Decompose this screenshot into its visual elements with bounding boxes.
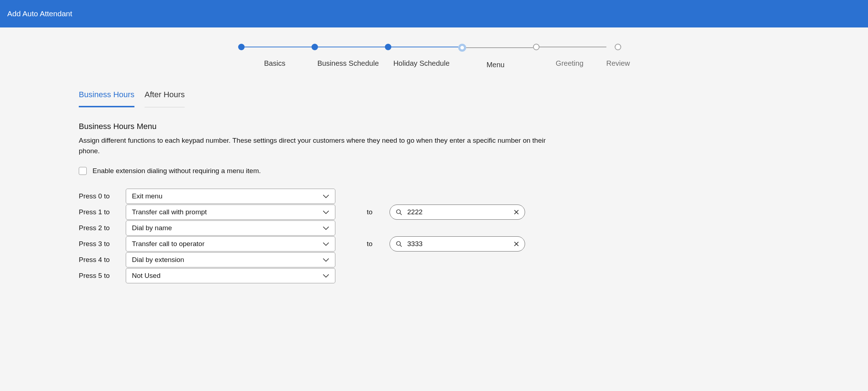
- step-label: Business Schedule: [317, 59, 379, 68]
- step-dot: [238, 44, 245, 50]
- row-label: Press 1 to: [79, 208, 119, 216]
- action-select-value: Dial by extension: [132, 256, 184, 264]
- tab-after-hours[interactable]: After Hours: [145, 90, 185, 107]
- action-select-0[interactable]: Exit menu: [126, 189, 335, 204]
- step-connector: [540, 47, 606, 47]
- menu-row-0: Press 0 toExit menu: [79, 189, 564, 204]
- destination-search-3[interactable]: 3333: [390, 236, 525, 252]
- svg-line-1: [400, 213, 401, 215]
- step-dot: [311, 44, 318, 50]
- section-description: Assign different functions to each keypa…: [79, 136, 563, 156]
- page-header: Add Auto Attendant: [0, 0, 868, 27]
- chevron-down-icon: [323, 258, 329, 262]
- chevron-down-icon: [323, 274, 329, 278]
- action-select-5[interactable]: Not Used: [126, 268, 335, 283]
- step-greeting[interactable]: Greeting: [533, 44, 606, 68]
- svg-line-5: [400, 245, 401, 246]
- stepper: BasicsBusiness ScheduleHoliday ScheduleM…: [0, 27, 868, 80]
- chevron-down-icon: [323, 242, 329, 246]
- main-content: Business Hours After Hours Business Hour…: [0, 90, 564, 298]
- action-select-value: Dial by name: [132, 224, 172, 232]
- menu-row-1: Press 1 toTransfer call with promptto222…: [79, 205, 564, 220]
- action-select-value: Transfer call with prompt: [132, 208, 207, 216]
- step-connector: [318, 47, 385, 47]
- chevron-down-icon: [323, 194, 329, 198]
- chevron-down-icon: [323, 210, 329, 214]
- step-connector: [245, 47, 311, 47]
- tab-business-hours[interactable]: Business Hours: [79, 90, 134, 107]
- row-label: Press 5 to: [79, 272, 119, 280]
- menu-row-3: Press 3 toTransfer call to operatorto333…: [79, 236, 564, 252]
- search-icon: [396, 241, 402, 247]
- svg-point-0: [396, 210, 400, 214]
- clear-icon[interactable]: [514, 210, 519, 215]
- step-label: Greeting: [556, 59, 584, 68]
- row-label: Press 0 to: [79, 192, 119, 200]
- destination-search-1[interactable]: 2222: [390, 205, 525, 220]
- step-dot: [615, 44, 621, 50]
- to-label: to: [353, 208, 386, 216]
- action-select-1[interactable]: Transfer call with prompt: [126, 205, 335, 220]
- menu-row-2: Press 2 toDial by name: [79, 220, 564, 236]
- action-select-2[interactable]: Dial by name: [126, 220, 335, 236]
- step-label: Holiday Schedule: [393, 59, 450, 68]
- destination-value: 2222: [407, 208, 509, 216]
- menu-row-4: Press 4 toDial by extension: [79, 252, 564, 267]
- step-label: Menu: [486, 61, 504, 69]
- clear-icon[interactable]: [514, 241, 519, 246]
- step-label: Review: [606, 59, 630, 68]
- action-select-value: Transfer call to operator: [132, 240, 205, 248]
- action-select-4[interactable]: Dial by extension: [126, 252, 335, 267]
- action-select-value: Not Used: [132, 272, 160, 280]
- enable-extension-checkbox[interactable]: [79, 167, 87, 175]
- row-label: Press 2 to: [79, 224, 119, 232]
- step-dot: [533, 44, 540, 50]
- step-connector: [391, 47, 458, 47]
- step-dot: [385, 44, 391, 50]
- search-icon: [396, 209, 402, 215]
- action-select-value: Exit menu: [132, 192, 162, 200]
- step-business-schedule[interactable]: Business Schedule: [311, 44, 385, 68]
- svg-point-4: [396, 241, 400, 245]
- page-title: Add Auto Attendant: [7, 9, 72, 18]
- step-basics[interactable]: Basics: [238, 44, 311, 68]
- step-connector: [466, 47, 533, 48]
- step-dot: [458, 44, 466, 52]
- step-holiday-schedule[interactable]: Holiday Schedule: [385, 44, 458, 68]
- enable-extension-checkbox-row: Enable extension dialing without requiri…: [79, 167, 564, 175]
- enable-extension-label: Enable extension dialing without requiri…: [93, 167, 261, 175]
- chevron-down-icon: [323, 226, 329, 230]
- to-label: to: [353, 240, 386, 248]
- row-label: Press 4 to: [79, 256, 119, 264]
- tabs: Business Hours After Hours: [79, 90, 564, 107]
- step-menu[interactable]: Menu: [458, 44, 533, 69]
- menu-row-5: Press 5 toNot Used: [79, 268, 564, 283]
- section-title: Business Hours Menu: [79, 122, 564, 131]
- destination-value: 3333: [407, 240, 509, 248]
- step-label: Basics: [264, 59, 285, 68]
- action-select-3[interactable]: Transfer call to operator: [126, 236, 335, 252]
- step-review[interactable]: Review: [606, 44, 630, 68]
- row-label: Press 3 to: [79, 240, 119, 248]
